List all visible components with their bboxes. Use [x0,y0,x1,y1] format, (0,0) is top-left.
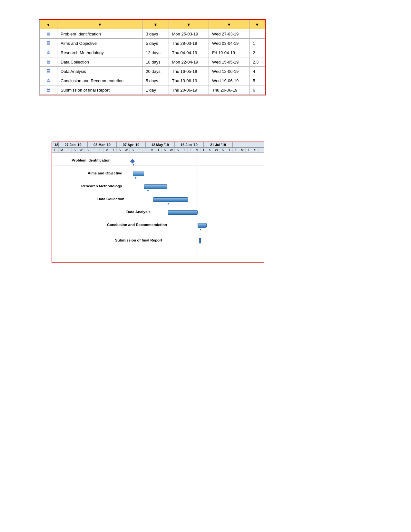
gantt-day-16: T [155,148,162,153]
start-4: Mon 22-04-19 [169,57,209,67]
start-6: Thu 13-06-19 [169,76,209,85]
duration-6: 5 days [142,76,169,85]
gantt-arrow-3: ▼ [146,189,150,192]
finish-4: Wed 15-05-19 [209,57,250,67]
gantt-bar-3 [144,184,167,189]
gantt-row-4: Data Collection ▼ [52,195,264,204]
gantt-day-29: M [239,148,246,153]
gantt-arrow-2: ▼ [134,176,137,180]
gantt-day-20: T [181,148,188,153]
gantt-day-13: T [136,148,142,153]
gantt-day-30: T [246,148,252,153]
predecessors-5: 4 [250,67,265,76]
gantt-day-7: F [97,148,104,153]
gantt-row-2: Aims and Objective ▼ [52,169,264,179]
gantt-bar-4 [153,197,188,202]
task-mode-icon: 🖥 [46,40,51,46]
predecessors-4: 2,3 [250,57,265,67]
task-mode-1: 🖥 [40,29,57,39]
task-mode-6: 🖥 [40,76,57,85]
gantt-day-6: T [91,148,97,153]
gantt-label-7: Submission of final Report [115,238,162,242]
task-name-6: Conclusion and Recommendetion [57,76,142,85]
gantt-label-1: Problem Identification [72,158,111,162]
gantt-day-5: S [84,148,91,153]
gantt-row-7: Submission of final Report [52,236,264,246]
duration-1: 3 days [142,29,169,39]
gantt-row-1: Problem Identification ▼ [52,156,264,166]
gantt-day-8: M [104,148,110,153]
task-name-5: Data Analysis [57,67,142,76]
gantt-month-1: 27 Jan '19 [59,142,88,147]
gantt-day-1: M [59,148,65,153]
task-mode-icon: 🖥 [46,50,51,55]
gantt-month-4: 12 May '19 [146,142,175,147]
gantt-day-19: S [175,148,181,153]
gantt-month-2: 03 Mar '19 [88,142,117,147]
task-mode-icon: 🖥 [46,78,51,84]
task-name-2: Aims and Objective [57,39,142,48]
task-mode-icon: 🖥 [46,68,51,74]
duration-4: 18 days [142,57,169,67]
gantt-month-3: 07 Apr '19 [117,142,146,147]
predecessors-1 [250,29,265,39]
gantt-day-25: W [213,148,220,153]
start-5: Thu 16-05-19 [169,67,209,76]
col-header-duration: ▼ [142,20,169,29]
gantt-day-22: M [194,148,201,153]
gantt-day-9: T [110,148,117,153]
task-name-1: Problem Identification [57,29,142,39]
gantt-day-17: S [162,148,168,153]
gantt-day-11: W [123,148,130,153]
table-section: ▼ ▼ ▼ ▼ [39,19,372,116]
task-name-4: Data Collection [57,57,142,67]
finish-7: Thu 20-06-19 [209,85,250,95]
col-header-start: ▼ [169,20,209,29]
gantt-label-5: Data Analysis [126,210,151,214]
duration-7: 1 day [142,85,169,95]
gantt-day-14: F [142,148,149,153]
gantt-bar-5 [168,210,198,215]
start-3: Thu 04-04-19 [169,48,209,57]
gantt-day-row: FMTSWSTFMTSWSTFMTSWSTFMTSWSTFMTS [52,148,264,153]
duration-2: 5 days [142,39,169,48]
gantt-bar-7 [199,238,201,243]
task-table-container: ▼ ▼ ▼ ▼ [39,19,266,95]
gantt-day-18: W [168,148,175,153]
task-mode-3: 🖥 [40,48,57,57]
col-header-predecessors: ▼ [250,20,265,29]
start-1: Mon 25-03-19 [169,29,209,39]
gantt-day-4: W [78,148,84,153]
col-header-finish: ▼ [209,20,250,29]
gantt-day-23: T [201,148,207,153]
gantt-arrow-4: ▼ [167,202,170,205]
duration-3: 12 days [142,48,169,57]
start-2: Thu 28-03-19 [169,39,209,48]
gantt-day-12: S [130,148,136,153]
gantt-arrow-1: ▼ [132,163,135,166]
duration-5: 20 days [142,67,169,76]
gantt-label-3: Research Methodology [81,184,122,188]
task-mode-5: 🖥 [40,67,57,76]
gantt-month-row: '1827 Jan '1903 Mar '1907 Apr '1912 May … [52,142,264,148]
gantt-bar-6 [198,223,207,228]
task-mode-2: 🖥 [40,39,57,48]
gantt-arrow-6: ▼ [199,228,202,231]
task-table: ▼ ▼ ▼ ▼ [39,20,265,95]
task-mode-icon: 🖥 [46,59,51,65]
gantt-month-5: 16 Jun '19 [175,142,204,147]
task-name-3: Research Methodology [57,48,142,57]
gantt-day-27: T [226,148,233,153]
gantt-row-5: Data Analysis [52,208,264,217]
gantt-body: Problem Identification ▼ Aims and Object… [52,153,264,262]
gantt-month-6: 21 Jul '19 [204,142,233,147]
finish-6: Wed 19-06-19 [209,76,250,85]
gantt-label-2: Aims and Objective [88,171,122,175]
gantt-label-6: Conclusion and Recommendetion [107,223,167,227]
gantt-row-3: Research Methodology ▼ [52,182,264,192]
gantt-label-4: Data Collection [97,197,124,201]
gantt-day-28: F [233,148,239,153]
gantt-row-6: Conclusion and Recommendetion ▼ [52,221,264,232]
gantt-day-0: F [52,148,59,153]
predecessors-2: 1 [250,39,265,48]
